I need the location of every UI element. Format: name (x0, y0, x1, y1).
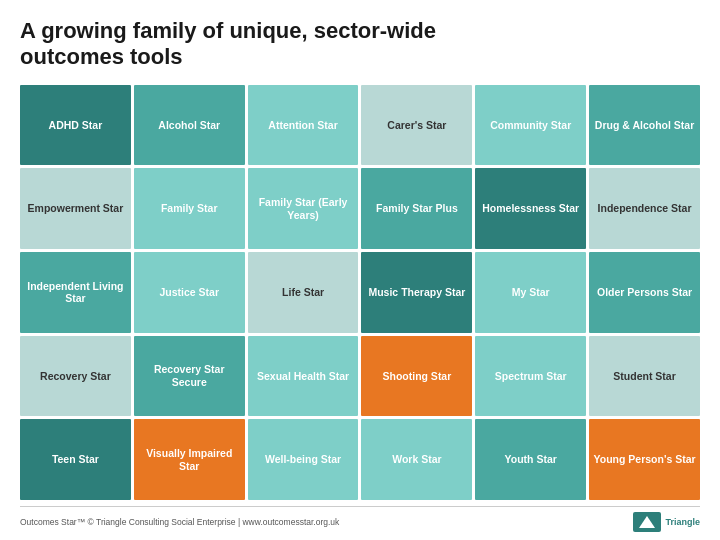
grid-cell: ADHD Star (20, 85, 131, 166)
logo-text: Triangle (665, 517, 700, 527)
page-title: A growing family of unique, sector-wideo… (20, 18, 700, 71)
footer-text: Outcomes Star™ © Triangle Consulting Soc… (20, 517, 339, 527)
grid-row-1: ADHD StarAlcohol StarAttention StarCarer… (20, 85, 700, 166)
grid-row-5: Teen StarVisually Impaired StarWell-bein… (20, 419, 700, 500)
logo-box (633, 512, 661, 532)
grid-cell: Life Star (248, 252, 359, 333)
grid-cell: Recovery Star (20, 336, 131, 417)
grid-cell: Work Star (361, 419, 472, 500)
svg-marker-0 (639, 516, 655, 528)
grid-cell: Visually Impaired Star (134, 419, 245, 500)
grid-cell: Attention Star (248, 85, 359, 166)
triangle-logo-icon (638, 515, 656, 529)
grid-cell: Well-being Star (248, 419, 359, 500)
grid-row-3: Independent Living StarJustice StarLife … (20, 252, 700, 333)
footer: Outcomes Star™ © Triangle Consulting Soc… (20, 506, 700, 532)
grid-row-4: Recovery StarRecovery Star SecureSexual … (20, 336, 700, 417)
grid-cell: Teen Star (20, 419, 131, 500)
grid-cell: Family Star (134, 168, 245, 249)
grid-cell: Young Person's Star (589, 419, 700, 500)
grid-cell: Shooting Star (361, 336, 472, 417)
grid-cell: Carer's Star (361, 85, 472, 166)
grid-cell: Family Star (Early Years) (248, 168, 359, 249)
grid-cell: Recovery Star Secure (134, 336, 245, 417)
page: A growing family of unique, sector-wideo… (0, 0, 720, 540)
grid-cell: Music Therapy Star (361, 252, 472, 333)
grid-cell: Youth Star (475, 419, 586, 500)
grid-cell: Drug & Alcohol Star (589, 85, 700, 166)
grid-row-2: Empowerment StarFamily StarFamily Star (… (20, 168, 700, 249)
grid-cell: Student Star (589, 336, 700, 417)
grid-cell: Alcohol Star (134, 85, 245, 166)
grid-cell: Community Star (475, 85, 586, 166)
grid-cell: Sexual Health Star (248, 336, 359, 417)
grid-container: ADHD StarAlcohol StarAttention StarCarer… (20, 85, 700, 500)
footer-logo: Triangle (633, 512, 700, 532)
grid-cell: Spectrum Star (475, 336, 586, 417)
grid-cell: Empowerment Star (20, 168, 131, 249)
grid-cell: My Star (475, 252, 586, 333)
grid-cell: Independence Star (589, 168, 700, 249)
grid-cell: Justice Star (134, 252, 245, 333)
grid-cell: Family Star Plus (361, 168, 472, 249)
grid-cell: Independent Living Star (20, 252, 131, 333)
grid-cell: Older Persons Star (589, 252, 700, 333)
grid-cell: Homelessness Star (475, 168, 586, 249)
